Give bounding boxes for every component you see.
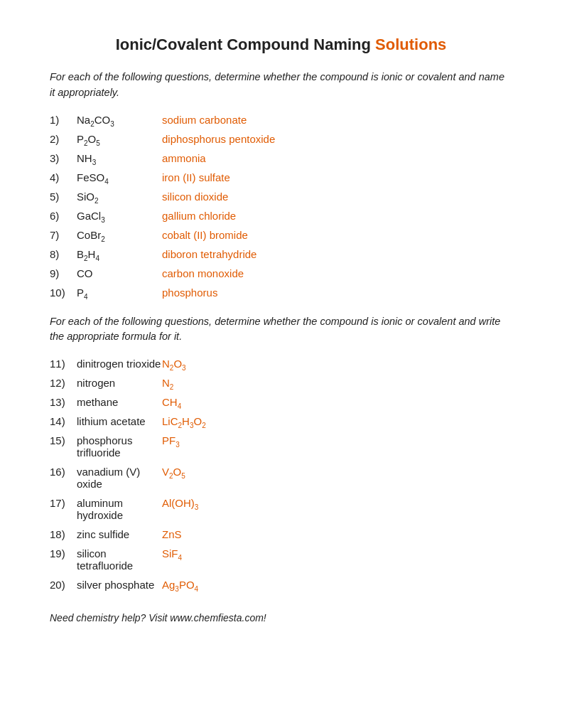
- item-formula: FeSO4: [77, 171, 162, 183]
- list-item: 18) zinc sulfide ZnS: [50, 528, 512, 540]
- item-answer: iron (II) sulfate: [162, 171, 230, 183]
- item-formula: P4: [77, 287, 162, 299]
- list-item: 17) aluminum hydroxide Al(OH)3: [50, 497, 512, 521]
- item-answer: N2O3: [162, 358, 186, 370]
- section2-instructions: For each of the following questions, det…: [50, 314, 512, 346]
- list-item: 12) nitrogen N2: [50, 377, 512, 389]
- list-item: 11) dinitrogen trioxide N2O3: [50, 358, 512, 370]
- list-item: 5) SiO2 silicon dioxide: [50, 191, 512, 203]
- item-answer: ZnS: [162, 528, 182, 540]
- item-name: vanadium (V) oxide: [77, 466, 162, 490]
- list-item: 4) FeSO4 iron (II) sulfate: [50, 171, 512, 183]
- item-number: 14): [50, 415, 77, 427]
- item-number: 19): [50, 547, 77, 560]
- item-answer: gallium chloride: [162, 210, 236, 222]
- list-item: 3) NH3 ammonia: [50, 152, 512, 164]
- item-formula: GaCl3: [77, 210, 162, 222]
- list-item: 7) CoBr2 cobalt (II) bromide: [50, 229, 512, 241]
- list-item: 16) vanadium (V) oxide V2O5: [50, 466, 512, 490]
- item-answer: Ag3PO4: [162, 579, 198, 591]
- item-number: 8): [50, 248, 77, 260]
- list-item: 15) phosphorus trifluoride PF3: [50, 434, 512, 459]
- list-item: 14) lithium acetate LiC2H3O2: [50, 415, 512, 427]
- item-number: 16): [50, 466, 77, 478]
- list-item: 13) methane CH4: [50, 396, 512, 408]
- item-number: 13): [50, 396, 77, 408]
- item-number: 1): [50, 114, 77, 126]
- item-formula: P2O5: [77, 133, 162, 145]
- item-formula: CoBr2: [77, 229, 162, 241]
- item-answer: diboron tetrahydride: [162, 248, 256, 260]
- section1-list: 1) Na2CO3 sodium carbonate 2) P2O5 dipho…: [50, 114, 512, 299]
- item-number: 2): [50, 133, 77, 145]
- list-item: 9) CO carbon monoxide: [50, 267, 512, 279]
- list-item: 19) silicon tetrafluoride SiF4: [50, 547, 512, 572]
- item-name: aluminum hydroxide: [77, 497, 162, 521]
- item-name: zinc sulfide: [77, 528, 162, 540]
- item-name: methane: [77, 396, 162, 408]
- item-number: 6): [50, 210, 77, 222]
- item-number: 20): [50, 579, 77, 591]
- item-formula: SiO2: [77, 191, 162, 203]
- item-formula: CO: [77, 267, 162, 279]
- item-number: 15): [50, 434, 77, 446]
- item-answer: ammonia: [162, 152, 206, 164]
- list-item: 20) silver phosphate Ag3PO4: [50, 579, 512, 591]
- list-item: 1) Na2CO3 sodium carbonate: [50, 114, 512, 126]
- item-number: 17): [50, 497, 77, 509]
- item-number: 5): [50, 191, 77, 203]
- item-formula: NH3: [77, 152, 162, 164]
- list-item: 10) P4 phosphorus: [50, 287, 512, 299]
- item-answer: silicon dioxide: [162, 191, 228, 203]
- item-formula: Na2CO3: [77, 114, 162, 126]
- item-number: 11): [50, 358, 77, 370]
- item-answer: cobalt (II) bromide: [162, 229, 248, 241]
- list-item: 2) P2O5 diphosphorus pentoxide: [50, 133, 512, 145]
- item-answer: diphosphorus pentoxide: [162, 133, 275, 145]
- item-answer: SiF4: [162, 547, 182, 560]
- list-item: 6) GaCl3 gallium chloride: [50, 210, 512, 222]
- page-title: Ionic/Covalent Compound Naming Solutions: [50, 36, 512, 54]
- list-item: 8) B2H4 diboron tetrahydride: [50, 248, 512, 260]
- item-name: silver phosphate: [77, 579, 162, 591]
- item-number: 7): [50, 229, 77, 241]
- item-number: 18): [50, 528, 77, 540]
- item-name: phosphorus trifluoride: [77, 434, 162, 459]
- item-name: lithium acetate: [77, 415, 162, 427]
- item-answer: sodium carbonate: [162, 114, 247, 126]
- title-highlight: Solutions: [375, 36, 446, 53]
- item-answer: carbon monoxide: [162, 267, 244, 279]
- item-answer: LiC2H3O2: [162, 415, 206, 427]
- item-number: 12): [50, 377, 77, 389]
- item-number: 9): [50, 267, 77, 279]
- item-answer: CH4: [162, 396, 181, 408]
- section1-instructions: For each of the following questions, det…: [50, 70, 512, 101]
- footer-text: Need chemistry help? Visit www.chemfiest…: [50, 612, 512, 623]
- item-formula: B2H4: [77, 248, 162, 260]
- section2-list: 11) dinitrogen trioxide N2O3 12) nitroge…: [50, 358, 512, 591]
- item-answer: N2: [162, 377, 173, 389]
- item-answer: PF3: [162, 434, 180, 446]
- item-answer: V2O5: [162, 466, 185, 478]
- item-answer: phosphorus: [162, 287, 217, 299]
- item-name: silicon tetrafluoride: [77, 547, 162, 572]
- item-name: nitrogen: [77, 377, 162, 389]
- title-prefix: Ionic/Covalent Compound Naming: [116, 36, 375, 53]
- item-number: 4): [50, 171, 77, 183]
- item-answer: Al(OH)3: [162, 497, 198, 509]
- item-number: 10): [50, 287, 77, 299]
- item-name: dinitrogen trioxide: [77, 358, 162, 370]
- item-number: 3): [50, 152, 77, 164]
